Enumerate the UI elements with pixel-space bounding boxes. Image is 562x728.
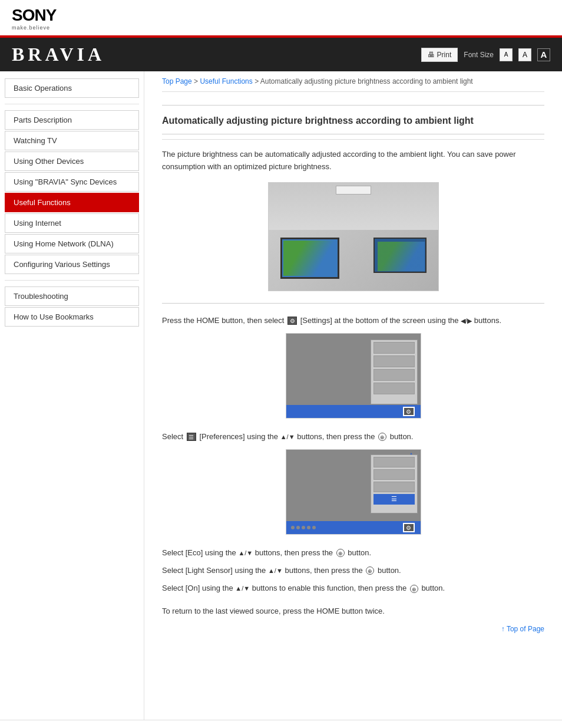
dot-5 xyxy=(312,526,316,529)
sony-wordmark: SONY xyxy=(12,6,56,25)
step1-text: Press the HOME button, then select ⚙ [Se… xyxy=(162,314,544,327)
sidebar-item-configuring-various-settings[interactable]: Configuring Various Settings xyxy=(5,255,139,274)
sidebar-item-using-home-network[interactable]: Using Home Network (DLNA) xyxy=(5,234,139,253)
arrow-up-down: ▲/▼ xyxy=(280,431,295,443)
dot-row xyxy=(291,526,316,529)
step3-on: Select [On] using the ▲/▼ buttons to ena… xyxy=(162,582,544,595)
step1-section: Press the HOME button, then select ⚙ [Se… xyxy=(162,314,544,419)
menu-item2-2 xyxy=(373,469,415,480)
return-text: To return to the last viewed source, pre… xyxy=(162,607,544,615)
bravia-title: BRAVIA xyxy=(12,44,105,65)
menu-panel xyxy=(371,340,418,404)
settings-bottom-bar: ⚙ xyxy=(286,405,421,418)
settings-screen-image-2: ☰ ⚙ xyxy=(286,449,421,535)
sidebar-item-using-other-devices[interactable]: Using Other Devices xyxy=(5,151,139,171)
step3-on-text: Select [On] using the xyxy=(162,584,233,592)
sidebar: Basic Operations Parts Description Watch… xyxy=(0,71,144,720)
step3-light-end: button. xyxy=(378,566,401,575)
arrow-ud-3: ▲/▼ xyxy=(235,583,250,594)
sidebar-divider-1 xyxy=(5,104,139,104)
settings-icon: ⚙ xyxy=(287,317,297,325)
font-medium-button[interactable]: A xyxy=(518,48,531,61)
breadcrumb: Top Page > Useful Functions > Automatica… xyxy=(162,71,544,92)
step3-light-text: Select [Light Sensor] using the xyxy=(162,566,266,575)
section-divider-1 xyxy=(162,303,544,304)
page-title-bar: Automatically adjusting picture brightne… xyxy=(162,97,544,140)
print-icon: 🖶 xyxy=(428,51,435,59)
step2-preferences: [Preferences] using the xyxy=(199,432,278,441)
confirm-icon-1: ⊕ xyxy=(336,549,345,557)
breadcrumb-top-page[interactable]: Top Page xyxy=(162,77,192,85)
tv-right xyxy=(373,238,427,273)
dot-1 xyxy=(291,526,295,529)
dot-4 xyxy=(307,526,310,529)
step3-on-mid: buttons to enable this function, then pr… xyxy=(252,584,406,592)
settings-bottom-icon: ⚙ xyxy=(403,407,415,416)
arrow-left-right: ◀/▶ xyxy=(461,315,472,327)
arrow-ud-2: ▲/▼ xyxy=(268,565,283,577)
nav-bar: BRAVIA 🖶 Print Font Size A A A xyxy=(0,38,562,71)
tv-left xyxy=(280,238,339,279)
step3-eco-text: Select [Eco] using the xyxy=(162,548,236,557)
sidebar-item-using-internet[interactable]: Using Internet xyxy=(5,213,139,233)
dot-2 xyxy=(296,526,300,529)
intro-section: The picture brightness can be automatica… xyxy=(162,149,544,291)
settings-screen-image-1: ⚙ xyxy=(286,333,421,419)
preferences-icon: ☰ xyxy=(187,433,196,441)
step3-light: Select [Light Sensor] using the ▲/▼ butt… xyxy=(162,564,544,577)
tv-brightness-image xyxy=(268,182,439,291)
sidebar-item-how-to-use-bookmarks[interactable]: How to Use Bookmarks xyxy=(5,307,139,327)
menu-item-2 xyxy=(373,355,415,367)
step3-eco-mid: buttons, then press the xyxy=(255,548,333,557)
step3-eco: Select [Eco] using the ▲/▼ buttons, then… xyxy=(162,546,544,559)
top-of-page-link[interactable]: ↑ Top of Page xyxy=(501,625,544,633)
breadcrumb-useful-functions[interactable]: Useful Functions xyxy=(200,77,252,85)
step3-section: Select [Eco] using the ▲/▼ buttons, then… xyxy=(162,546,544,595)
sony-logo: SONY make.believe xyxy=(12,6,550,31)
menu-item-3 xyxy=(373,369,415,381)
step3-light-mid: buttons, then press the xyxy=(285,566,362,575)
sidebar-item-basic-operations[interactable]: Basic Operations xyxy=(5,78,139,98)
settings-bottom-icon-2: ⚙ xyxy=(403,523,415,532)
footer: © 2012 Sony Corporation ▶ Trademark Info… xyxy=(0,720,562,728)
top-of-page: ↑ Top of Page xyxy=(162,624,544,633)
sony-tagline: make.believe xyxy=(12,25,50,31)
step1-buttons: buttons. xyxy=(474,316,501,325)
sidebar-divider-2 xyxy=(5,280,139,281)
sidebar-item-troubleshooting[interactable]: Troubleshooting xyxy=(5,286,139,306)
print-button[interactable]: 🖶 Print xyxy=(421,48,458,62)
top-bar: SONY make.believe xyxy=(0,0,562,38)
main-content: Top Page > Useful Functions > Automatica… xyxy=(144,71,562,720)
breadcrumb-sep2: > xyxy=(254,77,260,85)
confirm-button-icon: ⊕ xyxy=(378,433,386,441)
nav-controls: 🖶 Print Font Size A A A xyxy=(421,48,550,62)
font-large-button[interactable]: A xyxy=(537,48,550,61)
ceiling-light xyxy=(336,186,371,195)
sidebar-item-useful-functions[interactable]: Useful Functions xyxy=(5,193,139,212)
arrow-ud-1: ▲/▼ xyxy=(238,548,253,559)
step2-buttons: buttons, then press the xyxy=(297,432,375,441)
step2-section: Select ☰ [Preferences] using the ▲/▼ but… xyxy=(162,430,544,535)
tv-right-screen xyxy=(378,242,425,271)
font-small-button[interactable]: A xyxy=(500,48,513,61)
breadcrumb-current: Automatically adjusting picture brightne… xyxy=(260,77,473,85)
step1-settings: [Settings] at the bottom of the screen u… xyxy=(300,316,459,325)
print-label: Print xyxy=(437,51,452,59)
menu-item2-1 xyxy=(373,457,415,467)
breadcrumb-sep1: > xyxy=(194,77,200,85)
confirm-icon-2: ⊕ xyxy=(366,566,374,575)
step2-text-part1: Select xyxy=(162,432,183,441)
menu-item2-3 xyxy=(373,482,415,492)
confirm-icon-3: ⊕ xyxy=(410,585,418,593)
page-title: Automatically adjusting picture brightne… xyxy=(162,113,544,129)
menu-item2-highlighted: ☰ xyxy=(373,494,415,505)
step2-text: Select ☰ [Preferences] using the ▲/▼ but… xyxy=(162,430,544,443)
sidebar-item-using-bravia-sync[interactable]: Using "BRAVIA" Sync Devices xyxy=(5,172,139,192)
tv-left-screen xyxy=(283,241,336,276)
step2-button-end: button. xyxy=(390,432,414,441)
step3-on-end: button. xyxy=(421,584,445,592)
sidebar-item-parts-description[interactable]: Parts Description xyxy=(5,110,139,130)
top-arrow-icon: ↑ xyxy=(501,625,507,633)
layout: Basic Operations Parts Description Watch… xyxy=(0,71,562,720)
sidebar-item-watching-tv[interactable]: Watching TV xyxy=(5,131,139,150)
